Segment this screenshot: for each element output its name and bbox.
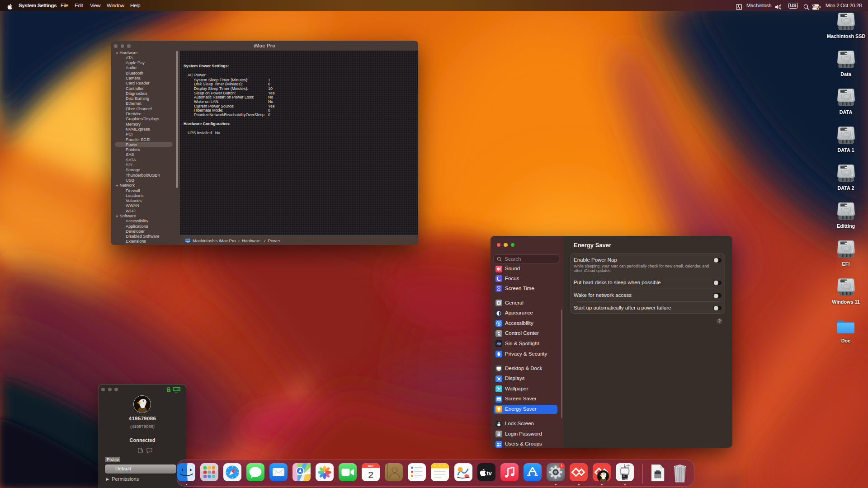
- svg-text:tv: tv: [487, 470, 492, 477]
- svg-text:2: 2: [368, 469, 373, 480]
- svg-text:OCT: OCT: [368, 464, 373, 467]
- svg-text:1: 1: [561, 464, 563, 468]
